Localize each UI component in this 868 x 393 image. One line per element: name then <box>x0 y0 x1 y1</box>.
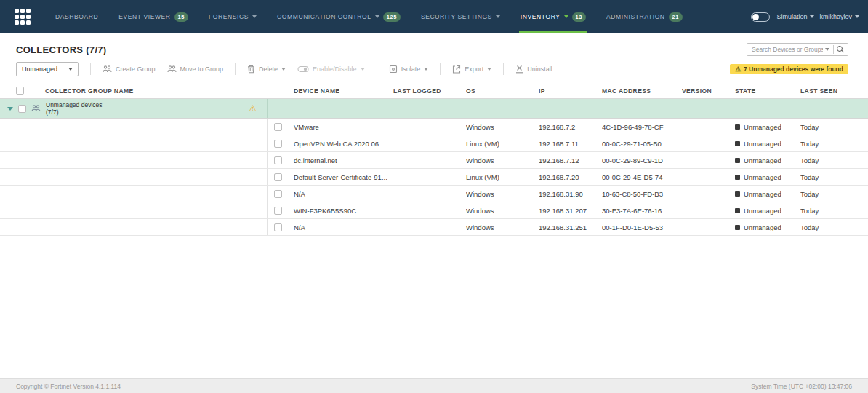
col-version[interactable]: VERSION <box>682 87 735 95</box>
group-column-spacer <box>0 219 268 235</box>
collapse-group-icon[interactable] <box>7 107 13 111</box>
col-state[interactable]: STATE <box>735 87 800 95</box>
uninstall-x-icon <box>515 65 523 74</box>
os-cell: Windows <box>466 123 539 131</box>
mac-address-cell: 00-1F-D0-1E-D5-53 <box>602 223 682 231</box>
toggle-icon <box>297 65 309 74</box>
nav-item-dashboard[interactable]: DASHBOARD <box>45 0 108 33</box>
os-cell: Windows <box>466 223 539 231</box>
device-row[interactable]: N/A Windows 192.168.31.90 10-63-C8-50-FD… <box>0 186 868 202</box>
nav-item-inventory[interactable]: INVENTORY 13 <box>510 0 596 33</box>
isolate-button[interactable]: Isolate <box>389 65 429 74</box>
mac-address-cell: 30-E3-7A-6E-76-16 <box>602 207 682 215</box>
device-name-cell: Default-Server-Certificate-91... <box>291 173 393 181</box>
toggle-knob <box>752 14 759 20</box>
export-button[interactable]: Export <box>452 65 491 74</box>
simulation-menu[interactable]: Simulation <box>776 13 814 20</box>
nav-right: Simulation kmikhaylov <box>751 0 868 33</box>
enable-disable-button[interactable]: Enable/Disable <box>297 65 365 74</box>
nav-item-event-viewer[interactable]: EVENT VIEWER 15 <box>108 0 198 33</box>
chevron-down-icon <box>252 15 257 18</box>
os-cell: Linux (VM) <box>466 140 539 148</box>
device-row[interactable]: WIN-F3PK6B5S90C Windows 192.168.31.207 3… <box>0 202 868 219</box>
search-icon[interactable] <box>837 46 844 53</box>
nav-item-label: EVENT VIEWER <box>118 13 170 20</box>
isolate-icon <box>389 65 398 74</box>
nav-item-administration[interactable]: ADMINISTRATION 21 <box>596 0 693 33</box>
device-row[interactable]: OpenVPN Web CA 2020.06.... Linux (VM) 19… <box>0 135 868 152</box>
nav-item-label: SECURITY SETTINGS <box>421 13 492 20</box>
unmanaged-state-icon <box>735 141 740 146</box>
user-menu[interactable]: kmikhaylov <box>819 13 859 20</box>
col-os[interactable]: OS <box>466 87 539 95</box>
device-checkbox[interactable] <box>274 190 282 198</box>
device-checkbox[interactable] <box>274 223 282 231</box>
col-last-logged[interactable]: LAST LOGGED <box>393 87 466 95</box>
device-row[interactable]: VMware Windows 192.168.7.2 4C-1D-96-49-7… <box>0 119 868 135</box>
app-logo[interactable] <box>0 0 45 33</box>
state-label: Unmanaged <box>744 140 781 148</box>
last-seen-cell: Today <box>800 156 868 164</box>
device-checkbox[interactable] <box>274 173 282 181</box>
simulation-toggle[interactable] <box>751 12 770 22</box>
device-name-cell: VMware <box>291 123 393 131</box>
unmanaged-state-icon <box>735 175 740 180</box>
select-all-checkbox[interactable] <box>16 87 24 95</box>
unmanaged-state-icon <box>735 225 740 230</box>
state-label: Unmanaged <box>744 123 781 131</box>
col-device-name[interactable]: DEVICE NAME <box>291 87 393 95</box>
nav-menu: DASHBOARD EVENT VIEWER 15 FORENSICS COMM… <box>45 0 693 33</box>
col-collector-group-name[interactable]: COLLECTOR GROUP NAME <box>33 87 268 95</box>
search-input[interactable] <box>752 46 823 53</box>
toolbar: Unmanaged Create Group Move to Group Del… <box>0 60 868 83</box>
group-row-unmanaged-devices[interactable]: Unmanaged devices (7/7) ⚠ <box>0 99 868 119</box>
button-label: Isolate <box>401 66 421 73</box>
device-row[interactable]: N/A Windows 192.168.31.251 00-1F-D0-1E-D… <box>0 219 868 236</box>
state-cell: Unmanaged <box>735 190 800 198</box>
device-checkbox[interactable] <box>274 140 282 148</box>
simulation-label: Simulation <box>776 13 807 20</box>
toolbar-divider <box>235 63 236 75</box>
fortinet-grid-icon <box>15 9 31 25</box>
nav-item-forensics[interactable]: FORENSICS <box>198 0 267 33</box>
col-last-seen[interactable]: LAST SEEN <box>800 87 868 95</box>
state-cell: Unmanaged <box>735 173 800 181</box>
device-row[interactable]: Default-Server-Certificate-91... Linux (… <box>0 169 868 186</box>
group-name-block: Unmanaged devices (7/7) <box>46 101 103 116</box>
device-name-cell: N/A <box>291 223 393 231</box>
uninstall-button[interactable]: Uninstall <box>515 65 552 74</box>
chevron-down-icon <box>424 68 428 71</box>
group-checkbox[interactable] <box>18 105 26 113</box>
delete-button[interactable]: Delete <box>247 65 286 74</box>
col-ip[interactable]: IP <box>539 87 602 95</box>
divider <box>833 45 834 54</box>
nav-item-security-settings[interactable]: SECURITY SETTINGS <box>411 0 510 33</box>
group-column-spacer <box>0 119 268 135</box>
page-title: COLLECTORS (7/7) <box>16 44 106 55</box>
group-filter-dropdown[interactable]: Unmanaged <box>16 62 79 76</box>
create-group-button[interactable]: Create Group <box>103 65 156 74</box>
warning-banner[interactable]: ⚠ 7 Unmanaged devices were found <box>730 64 848 74</box>
device-name-cell: OpenVPN Web CA 2020.06.... <box>291 140 393 148</box>
device-checkbox[interactable] <box>274 207 282 215</box>
ip-cell: 192.168.31.90 <box>539 190 602 198</box>
group-column-spacer <box>0 169 268 185</box>
unmanaged-state-icon <box>735 191 740 196</box>
state-label: Unmanaged <box>744 223 781 231</box>
chevron-down-icon <box>496 15 500 18</box>
group-row-rest <box>268 99 868 118</box>
group-column-spacer <box>0 152 268 168</box>
search-scope-chevron-icon[interactable] <box>825 48 829 51</box>
group-people-icon <box>31 104 41 113</box>
os-cell: Windows <box>466 156 539 164</box>
nav-item-communication-control[interactable]: COMMUNICATION CONTROL 125 <box>267 0 411 33</box>
device-name-cell: dc.internal.net <box>291 156 393 164</box>
device-checkbox[interactable] <box>274 123 282 131</box>
button-label: Move to Group <box>180 66 224 73</box>
device-row[interactable]: dc.internal.net Windows 192.168.7.12 00-… <box>0 152 868 169</box>
move-to-group-button[interactable]: Move to Group <box>167 65 224 74</box>
device-checkbox[interactable] <box>274 156 282 164</box>
unmanaged-state-icon <box>735 158 740 163</box>
state-label: Unmanaged <box>744 173 781 181</box>
col-mac-address[interactable]: MAC ADDRESS <box>602 87 682 95</box>
